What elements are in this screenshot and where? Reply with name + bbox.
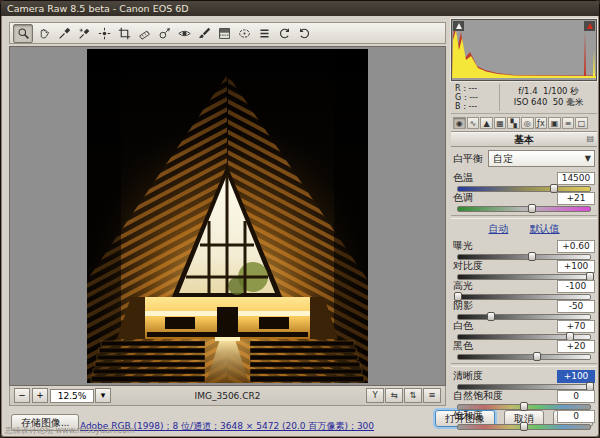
before-after-button[interactable]: Y bbox=[366, 388, 384, 403]
slider-value[interactable]: +21 bbox=[557, 192, 595, 205]
eyedropper-tool-icon[interactable] bbox=[55, 25, 73, 42]
auto-link[interactable]: 自动 bbox=[488, 223, 508, 234]
default-link[interactable]: 默认值 bbox=[530, 223, 560, 234]
slider-row: 对比度 +100 bbox=[453, 260, 595, 279]
slider-row: 色温 14500 bbox=[453, 172, 595, 191]
white-balance-select[interactable]: 自定 ▼ bbox=[488, 150, 595, 167]
iso-value: ISO 640 bbox=[514, 97, 548, 107]
histogram-plot bbox=[452, 20, 596, 78]
camera-raw-dialog: Camera Raw 8.5 beta - Canon EOS 6D bbox=[0, 0, 600, 438]
slider-value[interactable]: +20 bbox=[557, 340, 595, 353]
menu-tool-icon[interactable] bbox=[255, 25, 273, 42]
slider-row: 自然饱和度 0 bbox=[453, 390, 595, 409]
preview-area bbox=[9, 46, 446, 386]
tab-detail[interactable]: ▲ bbox=[480, 117, 493, 129]
toolbar bbox=[9, 22, 446, 44]
radial-filter-tool-icon[interactable] bbox=[235, 25, 253, 42]
grad-filter-tool-icon[interactable] bbox=[215, 25, 233, 42]
slider-track[interactable] bbox=[457, 206, 591, 212]
tab-snapshots[interactable]: □ bbox=[575, 117, 588, 129]
window-title: Camera Raw 8.5 beta - Canon EOS 6D bbox=[7, 3, 189, 14]
crop-tool-icon[interactable] bbox=[115, 25, 133, 42]
watermark-label: 思缘设计论坛 www.missyuan.com bbox=[5, 425, 135, 436]
photo-preview[interactable] bbox=[87, 49, 368, 383]
highlight-clipping-warning-icon[interactable] bbox=[584, 21, 595, 31]
swap-button[interactable]: ⇆ bbox=[385, 388, 403, 403]
auto-default-links: 自动 默认值 bbox=[451, 222, 597, 236]
tab-split-toning[interactable]: ▚ bbox=[507, 117, 520, 129]
white-balance-sliders: 色温 14500 色调 +21 bbox=[451, 172, 597, 211]
slider-row: 色调 +21 bbox=[453, 192, 595, 211]
color-sampler-tool-icon[interactable] bbox=[75, 25, 93, 42]
rotate-ccw-tool-icon[interactable] bbox=[275, 25, 293, 42]
chevron-down-icon: ▼ bbox=[585, 151, 591, 166]
slider-value[interactable]: 0 bbox=[557, 410, 595, 423]
tab-hsl[interactable]: ▦ bbox=[494, 117, 507, 129]
r-value: --- bbox=[469, 84, 478, 93]
slider-row: 清晰度 +100 bbox=[453, 370, 595, 389]
zoom-level-dropdown[interactable]: ▾ bbox=[95, 388, 111, 403]
tab-lens[interactable]: ◎ bbox=[521, 117, 534, 129]
tab-effects[interactable]: ƒx bbox=[535, 117, 548, 129]
white-balance-value: 自定 bbox=[493, 153, 513, 164]
slider-row: 曝光 +0.60 bbox=[453, 240, 595, 259]
title-bar: Camera Raw 8.5 beta - Canon EOS 6D bbox=[1, 1, 599, 16]
brush-tool-icon[interactable] bbox=[195, 25, 213, 42]
slider-thumb[interactable] bbox=[520, 422, 528, 431]
divider bbox=[451, 363, 597, 367]
slider-row: 白色 +70 bbox=[453, 320, 595, 339]
tab-presets[interactable]: ≡ bbox=[562, 117, 575, 129]
target-adjust-tool-icon[interactable] bbox=[95, 25, 113, 42]
zoom-level-value[interactable]: 12.5% bbox=[50, 389, 94, 403]
tab-camera-calibration[interactable]: ▣ bbox=[548, 117, 561, 129]
b-value: --- bbox=[469, 102, 478, 111]
exif-readout: f/1.4 1/100 秒 ISO 640 50 毫米 bbox=[500, 84, 597, 111]
straighten-tool-icon[interactable] bbox=[135, 25, 153, 42]
white-balance-row: 白平衡 自定 ▼ bbox=[453, 150, 595, 167]
panel-tabs: ◉∿▲▦▚◎ƒx▣≡□ bbox=[451, 116, 597, 132]
presence-sliders: 清晰度 +100 自然饱和度 0 饱和度 0 bbox=[451, 370, 597, 429]
slider-value[interactable]: -50 bbox=[557, 300, 595, 313]
slider-track[interactable] bbox=[457, 424, 591, 430]
slider-track[interactable] bbox=[457, 354, 591, 360]
view-buttons: Y⇆⇅≡ bbox=[366, 388, 441, 403]
divider bbox=[451, 215, 597, 219]
slider-value[interactable]: 0 bbox=[557, 390, 595, 403]
tab-tone-curve[interactable]: ∿ bbox=[467, 117, 480, 129]
copy-button[interactable]: ⇅ bbox=[404, 388, 422, 403]
slider-row: 高光 -100 bbox=[453, 280, 595, 299]
zoom-in-button[interactable]: + bbox=[32, 388, 48, 403]
spot-removal-tool-icon[interactable] bbox=[155, 25, 173, 42]
aperture-value: f/1.4 bbox=[518, 86, 537, 96]
chevron-down-icon: ▾ bbox=[101, 390, 106, 400]
g-value: --- bbox=[469, 93, 478, 102]
tone-sliders: 曝光 +0.60 对比度 +100 高光 -100 阴影 -50 白色 +70 bbox=[451, 240, 597, 359]
panel-title: 基本 bbox=[514, 134, 534, 145]
white-balance-label: 白平衡 bbox=[453, 152, 483, 166]
red-eye-tool-icon[interactable] bbox=[175, 25, 193, 42]
slider-thumb[interactable] bbox=[528, 204, 536, 213]
focal-length-value: 50 毫米 bbox=[553, 97, 584, 107]
tab-basic[interactable]: ◉ bbox=[453, 117, 466, 129]
image-info: R：--- G：--- B：--- f/1.4 1/100 秒 ISO 640 … bbox=[451, 84, 597, 114]
slider-row: 黑色 +20 bbox=[453, 340, 595, 359]
panel-menu-icon[interactable]: ▤ bbox=[586, 134, 594, 143]
slider-value[interactable]: +70 bbox=[557, 320, 595, 333]
panel-header: 基本 ▤ bbox=[451, 132, 597, 147]
shutter-value: 1/100 秒 bbox=[543, 86, 579, 96]
preview-menu-button[interactable]: ≡ bbox=[423, 388, 441, 403]
rgb-readout: R：--- G：--- B：--- bbox=[451, 84, 500, 111]
slider-row: 阴影 -50 bbox=[453, 300, 595, 319]
zoom-tool-icon[interactable] bbox=[13, 24, 33, 43]
shadow-clipping-warning-icon[interactable] bbox=[453, 21, 464, 31]
slider-value[interactable]: -100 bbox=[557, 280, 595, 293]
right-panel: R：--- G：--- B：--- f/1.4 1/100 秒 ISO 640 … bbox=[451, 19, 597, 430]
slider-thumb[interactable] bbox=[533, 352, 541, 361]
rotate-cw-tool-icon[interactable] bbox=[295, 25, 313, 42]
slider-value[interactable]: +0.60 bbox=[557, 240, 595, 253]
slider-row: 饱和度 0 bbox=[453, 410, 595, 429]
slider-value[interactable]: 14500 bbox=[557, 172, 595, 185]
zoom-bar: − + 12.5% ▾ IMG_3506.CR2 Y⇆⇅≡ bbox=[9, 386, 446, 406]
zoom-out-button[interactable]: − bbox=[14, 388, 30, 403]
hand-tool-icon[interactable] bbox=[35, 25, 53, 42]
